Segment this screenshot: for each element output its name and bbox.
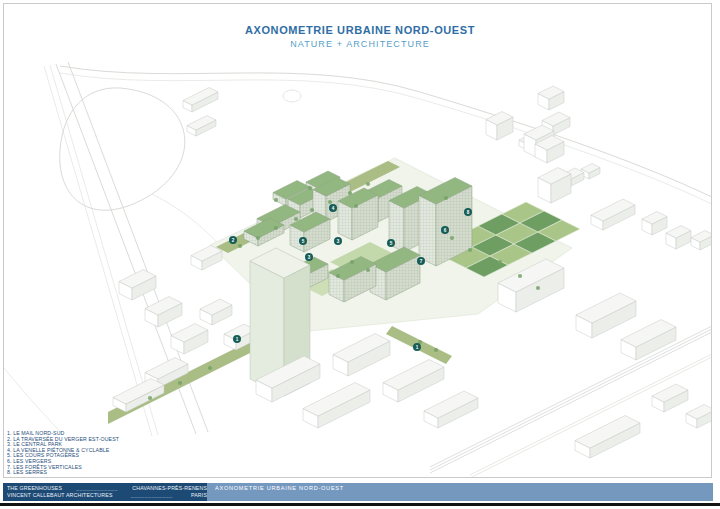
tree-icon xyxy=(148,396,152,400)
tree-icon xyxy=(178,381,182,385)
plan-marker-number: 2 xyxy=(232,238,235,243)
title-block-left: THE GREENHOUSES ____________ CHAVANNES-P… xyxy=(3,483,207,501)
plan-marker-number: 3 xyxy=(308,255,311,260)
tree-icon xyxy=(444,196,448,200)
plan-marker-number: 1 xyxy=(416,345,419,350)
tree-icon xyxy=(328,200,332,204)
tree-icon xyxy=(366,182,370,186)
plan-marker-number: 5 xyxy=(302,239,305,244)
plan-marker: 5 xyxy=(387,239,395,247)
plan-marker-number: 5 xyxy=(390,241,393,246)
axonometric-drawing: 11243535678 xyxy=(0,0,720,478)
plan-marker: 1 xyxy=(233,335,241,343)
plan-marker: 4 xyxy=(329,204,337,212)
tree-icon xyxy=(294,217,298,221)
tree-icon xyxy=(354,204,358,208)
plan-marker: 7 xyxy=(417,257,425,265)
plan-marker-number: 7 xyxy=(420,259,423,264)
plan-marker: 3 xyxy=(334,237,342,245)
tree-icon xyxy=(350,260,354,264)
tree-icon xyxy=(348,191,352,195)
tree-icon xyxy=(256,236,260,240)
board-header: AXONOMETRIE URBAINE NORD-OUEST NATURE + … xyxy=(0,24,720,49)
firm-city: PARIS xyxy=(191,492,207,499)
plan-marker-number: 1 xyxy=(236,337,239,342)
tree-icon xyxy=(208,366,212,370)
page-subtitle: NATURE + ARCHITECTURE xyxy=(0,39,720,49)
tree-icon xyxy=(308,186,312,190)
tree-icon xyxy=(518,274,522,278)
tree-icon xyxy=(274,226,278,230)
title-block-right: AXONOMETRIE URBAINE NORD-OUEST xyxy=(207,483,713,501)
page-title: AXONOMETRIE URBAINE NORD-OUEST xyxy=(0,24,720,36)
plan-marker-number: 3 xyxy=(337,239,340,244)
plan-marker: 3 xyxy=(305,253,313,261)
tree-icon xyxy=(450,236,454,240)
tree-icon xyxy=(536,286,540,290)
tree-icon xyxy=(434,348,438,352)
title-block: THE GREENHOUSES ____________ CHAVANNES-P… xyxy=(3,483,713,501)
tree-icon xyxy=(498,260,502,264)
tree-icon xyxy=(274,198,278,202)
plan-marker-number: 8 xyxy=(467,210,470,215)
tree-icon xyxy=(468,248,472,252)
plan-marker: 5 xyxy=(299,237,307,245)
legend-item: 8. LES SERRES xyxy=(7,470,204,476)
sheet-title: AXONOMETRIE URBAINE NORD-OUEST xyxy=(215,485,475,492)
tree-icon xyxy=(310,208,314,212)
presentation-board: AXONOMETRIE URBAINE NORD-OUEST NATURE + … xyxy=(0,0,720,509)
plan-marker: 6 xyxy=(441,226,449,234)
tree-icon xyxy=(336,274,340,278)
tree-icon xyxy=(366,268,370,272)
plan-marker: 2 xyxy=(229,236,237,244)
plan-marker: 1 xyxy=(413,343,421,351)
legend: 1. LE MAIL NORD-SUD 2. LA TRAVERSÉE DU V… xyxy=(7,431,204,476)
plan-marker: 8 xyxy=(464,208,472,216)
plan-marker-number: 6 xyxy=(444,228,447,233)
project-location: CHAVANNES-PRÈS-RENENS xyxy=(132,485,207,492)
bottom-rule xyxy=(0,503,720,506)
plan-marker-number: 4 xyxy=(332,206,335,211)
project-name: THE GREENHOUSES xyxy=(7,485,62,492)
separator: ____________ xyxy=(131,492,173,499)
separator: ____________ xyxy=(76,485,118,492)
tree-icon xyxy=(238,244,242,248)
firm-name: VINCENT CALLEBAUT ARCHITECTURES xyxy=(7,492,113,499)
